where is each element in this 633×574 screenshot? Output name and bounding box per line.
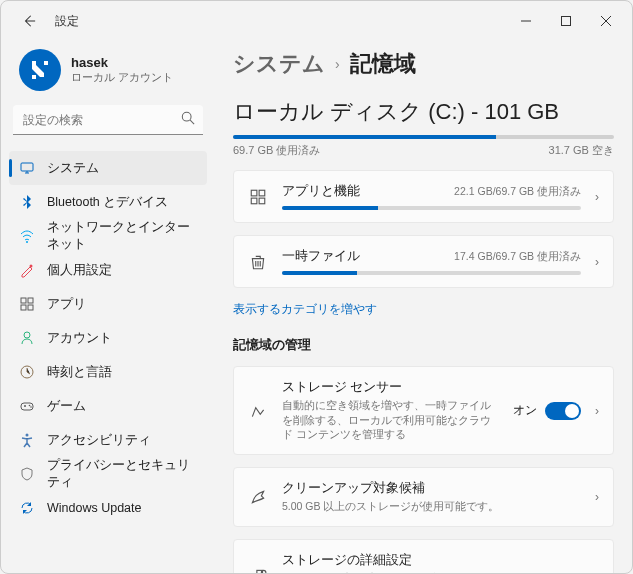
disk-used-label: 69.7 GB 使用済み (233, 143, 320, 158)
update-icon (19, 500, 35, 516)
svg-rect-5 (21, 298, 26, 303)
svg-point-13 (30, 406, 32, 408)
chevron-down-icon: ⌄ (589, 569, 599, 573)
nav-item-system[interactable]: システム (9, 151, 207, 185)
category-stat: 22.1 GB/69.7 GB 使用済み (454, 185, 581, 199)
minimize-button[interactable] (506, 5, 546, 37)
system-icon (19, 160, 35, 176)
user-account-type: ローカル アカウント (71, 70, 173, 85)
apps-icon (19, 296, 35, 312)
gaming-icon (19, 398, 35, 414)
chevron-right-icon: › (595, 255, 599, 269)
sidebar: hasek ローカル アカウント システムBluetooth とデバイスネットワ… (1, 41, 215, 573)
svg-rect-7 (21, 305, 26, 310)
network-icon (19, 228, 35, 244)
nav-label: ゲーム (47, 398, 86, 415)
window-title: 設定 (55, 13, 79, 30)
nav-item-apps[interactable]: アプリ (9, 287, 207, 321)
chevron-right-icon: › (595, 190, 599, 204)
disk-usage-bar (233, 135, 614, 139)
cleanup-icon (248, 487, 268, 507)
avatar (19, 49, 61, 91)
arrow-left-icon (22, 14, 36, 28)
nav-label: Windows Update (47, 501, 142, 515)
svg-point-4 (30, 265, 33, 268)
chevron-right-icon: › (595, 490, 599, 504)
nav-item-personalization[interactable]: 個人用設定 (9, 253, 207, 287)
avatar-icon (28, 58, 52, 82)
breadcrumb-parent[interactable]: システム (233, 49, 325, 79)
disk-stats: 69.7 GB 使用済み 31.7 GB 空き (233, 143, 614, 158)
user-name: hasek (71, 55, 173, 70)
back-button[interactable] (15, 7, 43, 35)
toggle-label: オン (513, 402, 537, 419)
nav-label: アプリ (47, 296, 86, 313)
category-title: 一時ファイル (282, 248, 360, 265)
user-card[interactable]: hasek ローカル アカウント (9, 41, 207, 105)
nav-item-accounts[interactable]: アカウント (9, 321, 207, 355)
storage-sense-toggle[interactable] (545, 402, 581, 420)
close-icon (601, 16, 611, 26)
sense-icon (248, 401, 268, 421)
nav-item-update[interactable]: Windows Update (9, 491, 207, 525)
svg-rect-8 (28, 305, 33, 310)
chevron-right-icon: › (595, 404, 599, 418)
accounts-icon (19, 330, 35, 346)
nav-item-gaming[interactable]: ゲーム (9, 389, 207, 423)
nav-item-privacy[interactable]: プライバシーとセキュリティ (9, 457, 207, 491)
privacy-icon (19, 466, 35, 482)
maximize-button[interactable] (546, 5, 586, 37)
storage-management-header: 記憶域の管理 (233, 337, 614, 354)
disk-free-label: 31.7 GB 空き (549, 143, 614, 158)
nav-label: Bluetooth とデバイス (47, 194, 168, 211)
svg-rect-0 (562, 17, 571, 26)
svg-rect-17 (251, 198, 257, 204)
svg-rect-6 (28, 298, 33, 303)
temp-icon (248, 252, 268, 272)
manage-title: ストレージ センサー (282, 379, 499, 396)
titlebar: 設定 (1, 1, 632, 41)
breadcrumb-current: 記憶域 (350, 49, 416, 79)
window-controls (506, 5, 626, 37)
nav-item-time[interactable]: 時刻と言語 (9, 355, 207, 389)
manage-sub: 5.00 GB 以上のストレージが使用可能です。 (282, 499, 581, 514)
svg-point-3 (26, 241, 28, 243)
breadcrumb: システム › 記憶域 (233, 49, 614, 79)
svg-point-1 (182, 112, 191, 121)
svg-rect-16 (259, 190, 265, 196)
nav-label: 時刻と言語 (47, 364, 112, 381)
nav-item-accessibility[interactable]: アクセシビリティ (9, 423, 207, 457)
bluetooth-icon (19, 194, 35, 210)
nav-item-bluetooth[interactable]: Bluetooth とデバイス (9, 185, 207, 219)
nav-label: アクセシビリティ (47, 432, 151, 449)
nav-label: プライバシーとセキュリティ (47, 457, 197, 491)
minimize-icon (521, 16, 531, 26)
category-bar (282, 271, 581, 275)
svg-rect-15 (251, 190, 257, 196)
svg-point-9 (24, 332, 30, 338)
category-bar (282, 206, 581, 210)
category-title: アプリと機能 (282, 183, 360, 200)
search-input[interactable] (13, 105, 203, 135)
manage-cleanup[interactable]: クリーンアップ対象候補5.00 GB 以上のストレージが使用可能です。› (233, 467, 614, 527)
manage-advanced[interactable]: ストレージの詳細設定バックアップ オプション、記憶域スペース、その他のディスクお… (233, 539, 614, 573)
nav-label: アカウント (47, 330, 112, 347)
nav-label: システム (47, 160, 99, 177)
svg-point-14 (26, 434, 29, 437)
manage-sub: 自動的に空き領域を増やす、一時ファイルを削除する、ローカルで利用可能なクラウド … (282, 398, 499, 442)
apps-icon (248, 187, 268, 207)
nav-item-network[interactable]: ネットワークとインターネット (9, 219, 207, 253)
close-button[interactable] (586, 5, 626, 37)
svg-rect-18 (259, 198, 265, 204)
manage-sense[interactable]: ストレージ センサー自動的に空き領域を増やす、一時ファイルを削除する、ローカルで… (233, 366, 614, 455)
time-icon (19, 364, 35, 380)
category-temp[interactable]: 一時ファイル17.4 GB/69.7 GB 使用済み› (233, 235, 614, 288)
personalization-icon (19, 262, 35, 278)
disk-title: ローカル ディスク (C:) - 101 GB (233, 97, 614, 127)
maximize-icon (561, 16, 571, 26)
nav-label: ネットワークとインターネット (47, 219, 197, 253)
category-apps[interactable]: アプリと機能22.1 GB/69.7 GB 使用済み› (233, 170, 614, 223)
search-icon (181, 111, 195, 129)
show-more-categories-link[interactable]: 表示するカテゴリを増やす (233, 302, 377, 317)
advanced-icon (248, 566, 268, 573)
